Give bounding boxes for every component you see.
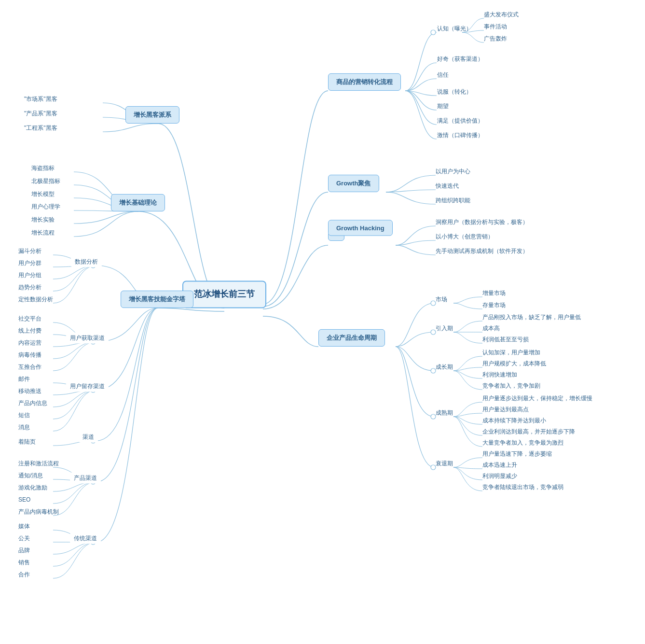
- leaf-yonghu-fen: 用户分群: [18, 259, 41, 267]
- leaf-kuaisu: 快速迭代: [436, 182, 459, 190]
- leaf-chengzhangqi: 成长期: [436, 363, 453, 371]
- leaf-chengben-gao: 成本高: [482, 324, 500, 333]
- svg-point-5: [431, 414, 436, 419]
- leaf-chanpin-gang: 产品刚投入市场，缺乏了解，用户量低: [482, 313, 581, 322]
- leaf-bingdu: 病毒传播: [18, 351, 41, 359]
- leaf-hutui: 互推合作: [18, 363, 41, 371]
- leaf-lirun-zeng: 利润快速增加: [482, 371, 517, 379]
- leaf-zengzhang-shiyan: 增长实验: [31, 216, 55, 224]
- leaf-xinren: 信任: [437, 71, 449, 79]
- leaf-guimo-kuo: 用户规模扩大，成本降低: [482, 360, 546, 368]
- leaf-yonghu-center: 以用户为中心: [436, 168, 470, 176]
- leaf-tongzhi: 通知/消息: [18, 472, 43, 480]
- leaf-renzhi-shen: 认知加深，用户量增加: [482, 349, 540, 357]
- leaf-neirong: 内容运营: [18, 339, 41, 347]
- leaf-chanpin-qudao: 产品渠道: [70, 473, 101, 484]
- leaf-shichang: 市场: [436, 295, 447, 304]
- leaf-yonghu-max: 用户量逐步达到最大，保持稳定，增长缓慢: [482, 394, 592, 403]
- leaf-chanpin-xinxi: 产品内信息: [18, 399, 47, 407]
- leaf-meiti: 媒体: [18, 522, 30, 531]
- leaf-lirun-shao: 利润明显减少: [482, 472, 517, 480]
- leaf-chanpin-hacker: "产品系"黑客: [24, 110, 57, 118]
- leaf-kuaizu: 跨组织跨职能: [436, 196, 470, 205]
- leaf-bingdu-jizhi: 产品内病毒机制: [18, 508, 59, 516]
- leaf-loudou: 漏斗分析: [18, 247, 41, 255]
- leaf-haodao: 海盗指标: [31, 164, 55, 172]
- leaf-guanggao: 广告轰炸: [484, 35, 507, 43]
- leaf-xianshang: 线上付费: [18, 327, 41, 335]
- svg-point-3: [431, 330, 436, 335]
- branch-marketing-node: 商品的营销转化流程: [328, 73, 401, 91]
- leaf-youxi: 游戏化激励: [18, 484, 47, 492]
- leaf-pinpai: 品牌: [18, 546, 30, 555]
- leaf-manzhu: 满足（提供价值）: [437, 117, 483, 125]
- growth-hacking-label: Growth Hacking: [328, 220, 393, 236]
- leaf-cunliang: 存量市场: [482, 301, 506, 309]
- leaf-shijian: 事件活动: [484, 23, 507, 31]
- leaf-chengben-min: 成本持续下降并达到最小: [482, 417, 546, 425]
- leaf-gongcheng-hacker: "工程系"黑客: [24, 124, 57, 132]
- leaf-zhuoluye: 着陆页: [18, 438, 36, 446]
- leaf-shoukong: 先手动测试再形成机制（软件开发）: [436, 247, 528, 255]
- leaf-gongquan: 公关: [18, 534, 30, 543]
- leaf-yidong: 移动推送: [18, 387, 41, 395]
- leaf-yinruqi: 引入期: [436, 324, 453, 333]
- leaf-xiaoxi: 消息: [18, 423, 30, 432]
- leaf-shuaituiqi: 衰退期: [436, 460, 453, 468]
- leaf-chengshuqi: 成熟期: [436, 409, 453, 417]
- leaf-qudao: 渠道: [79, 432, 98, 443]
- leaf-youjian: 邮件: [18, 375, 30, 383]
- leaf-zengzhang-liucheng: 增长流程: [31, 229, 55, 237]
- branch-hacker-system-node: 增长黑客派系: [125, 106, 179, 124]
- branch-growth-focus-node: Growth聚焦: [328, 175, 379, 192]
- branch-theory-node: 增长基础理论: [111, 194, 165, 211]
- leaf-zengliang: 增量市场: [482, 289, 506, 297]
- leaf-lirun-max: 企业利润达到最高，并开始逐步下降: [482, 428, 575, 436]
- leaf-jingzheng-max: 大量竞争者加入，竞争最为激烈: [482, 439, 563, 447]
- leaf-dongcha: 洞察用户（数据分析与实验，极客）: [436, 218, 528, 226]
- center-node: 范冰增长前三节: [182, 280, 266, 308]
- branch-skill-node: 增长黑客技能金字塔: [121, 291, 193, 308]
- leaf-jingzheng-jia: 竞争者加入，竞争加剧: [482, 382, 540, 390]
- leaf-chuantong-qudao: 传统渠道: [70, 533, 101, 544]
- leaf-jingzheng-chui: 竞争者陆续退出市场，竞争减弱: [482, 483, 563, 491]
- leaf-beijixing: 北极星指标: [31, 177, 60, 185]
- leaf-user-acquire: 用户获取渠道: [66, 333, 109, 344]
- svg-point-2: [431, 301, 436, 306]
- leaf-zengzhang-model: 增长模型: [31, 190, 55, 198]
- leaf-shejiao: 社交平台: [18, 315, 41, 323]
- leaf-xiaoshou: 销售: [18, 559, 30, 567]
- leaf-haoqi: 好奇（获客渠道）: [437, 55, 483, 63]
- leaf-qushi: 趋势分析: [18, 283, 41, 292]
- leaf-yonghu-zuigao: 用户量达到最高点: [482, 406, 529, 414]
- leaf-renzhizg: 认知（曝光）: [437, 25, 472, 33]
- leaf-hezuo: 合作: [18, 571, 30, 579]
- leaf-user-retain: 用户留存渠道: [66, 381, 109, 392]
- svg-point-6: [431, 465, 436, 470]
- leaf-xiaoboda: 以小博大（创意营销）: [436, 233, 494, 241]
- leaf-dingxing: 定性数据分析: [18, 295, 53, 304]
- leaf-shuofu: 说服（转化）: [437, 88, 472, 96]
- leaf-yonghu-xia: 用户量迅速下降，逐步萎缩: [482, 450, 552, 458]
- leaf-shichang-hacker: "市场系"黑客: [24, 95, 57, 103]
- svg-rect-0: [0, 0, 645, 644]
- leaf-chengben-shang: 成本迅速上升: [482, 461, 517, 469]
- leaf-shengda: 盛大发布仪式: [484, 11, 519, 19]
- branch-lifecycle-node: 企业产品生命周期: [318, 329, 385, 347]
- leaf-data-analysis: 数据分析: [71, 256, 102, 267]
- leaf-yonghu-xinli: 用户心理学: [31, 203, 60, 211]
- leaf-lirun-di: 利润低甚至至亏损: [482, 336, 529, 344]
- svg-point-4: [431, 368, 436, 373]
- leaf-jiqing: 激情（口碑传播）: [437, 131, 483, 140]
- svg-point-1: [431, 30, 436, 35]
- leaf-yonghu-zu: 用户分组: [18, 271, 41, 280]
- leaf-zhuce: 注册和激活流程: [18, 460, 59, 468]
- leaf-seo: SEO: [18, 496, 30, 503]
- leaf-qiwang: 期望: [437, 102, 449, 111]
- leaf-duanxin: 短信: [18, 411, 30, 420]
